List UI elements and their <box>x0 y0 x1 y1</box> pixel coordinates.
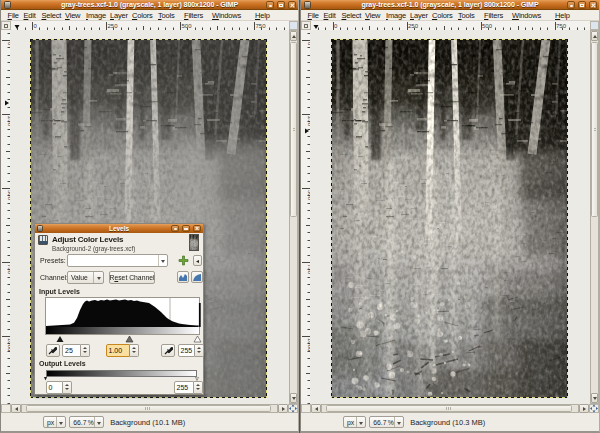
svg-text:750: 750 <box>256 23 267 29</box>
svg-text:750: 750 <box>556 23 567 29</box>
svg-text:500: 500 <box>182 23 193 29</box>
svg-text:250: 250 <box>108 23 119 29</box>
svg-text:250: 250 <box>408 23 419 29</box>
svg-text:500: 500 <box>482 23 493 29</box>
